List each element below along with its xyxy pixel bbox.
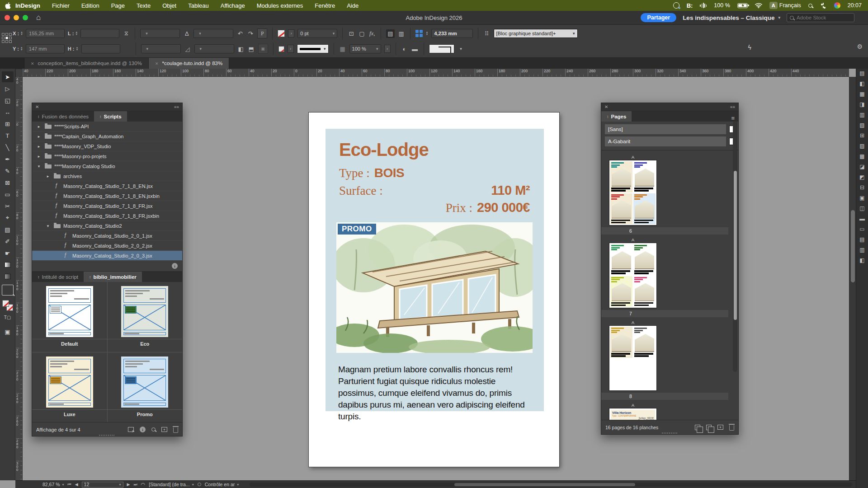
battery-icon[interactable] bbox=[737, 3, 748, 8]
opacity-arrow-icon[interactable]: › bbox=[384, 45, 391, 53]
tool-icon[interactable]: ↔ bbox=[2, 107, 14, 117]
text-wrap-alt-icon[interactable]: ▥ bbox=[398, 30, 405, 37]
page-entry[interactable]: A6 bbox=[601, 155, 738, 235]
input-source-menu[interactable]: A Français bbox=[769, 2, 801, 9]
wrap-offset-field[interactable]: 4,233 mm bbox=[426, 29, 473, 38]
preflight-profile-select[interactable]: [Standard] (de tra... bbox=[149, 482, 193, 487]
quick-apply-icon[interactable]: P bbox=[257, 28, 267, 38]
y-position-field[interactable]: Y : 147 mm bbox=[13, 44, 65, 53]
zoom-window-button[interactable] bbox=[23, 15, 28, 20]
previous-page-button[interactable]: ◀ bbox=[75, 482, 78, 487]
menu-item[interactable]: Texte bbox=[137, 2, 151, 9]
tree-item[interactable]: Masonry_Catalog_Studio_7_1_8_EN.jsxbin bbox=[32, 191, 182, 201]
align-icon[interactable]: ▬ bbox=[411, 46, 419, 52]
stroke-weight-select[interactable]: 0 pt bbox=[297, 29, 337, 38]
share-button[interactable]: Partager bbox=[641, 13, 676, 22]
close-panel-icon[interactable]: ✕ bbox=[604, 104, 608, 109]
dock-panel-icon[interactable]: ▨ bbox=[859, 143, 864, 149]
close-tab-icon[interactable] bbox=[31, 61, 34, 66]
page-curl-icon[interactable]: ◠ bbox=[141, 482, 146, 488]
stroke-style-select[interactable] bbox=[297, 44, 329, 53]
text-wrap-icon[interactable]: ▤ bbox=[386, 29, 394, 38]
master-page-row[interactable]: A-Gabarit bbox=[605, 136, 735, 146]
tree-item[interactable]: Masonry_Catalog_Studio_7_1_8_FR.jsxbin bbox=[32, 211, 182, 221]
stepper-icon[interactable] bbox=[75, 29, 79, 38]
new-page-icon[interactable]: + bbox=[717, 425, 723, 430]
rotation-select[interactable] bbox=[193, 29, 233, 38]
tree-item[interactable]: ▾ ****Masonry Catalog Studio bbox=[32, 161, 182, 171]
wrap-offset-value[interactable]: 4,233 mm bbox=[431, 29, 473, 38]
stepper-icon[interactable] bbox=[76, 44, 80, 53]
workspace-switcher[interactable]: Les indispensables – Classique ▾ bbox=[683, 14, 780, 21]
tool-icon[interactable]: ▤ bbox=[2, 224, 14, 235]
library-item[interactable]: Eco bbox=[108, 282, 183, 352]
master-page-row[interactable]: [Sans] bbox=[605, 124, 735, 134]
spotlight-search-icon[interactable] bbox=[808, 4, 812, 8]
corner-style-select[interactable] bbox=[429, 44, 454, 53]
color-wheel-status-icon[interactable] bbox=[834, 2, 840, 9]
tool-icon[interactable]: ⌖ bbox=[2, 212, 14, 223]
document-page[interactable]: Eco-Lodge Type : BOIS Surface : 110 M² P… bbox=[309, 113, 559, 467]
fill-swatch[interactable] bbox=[2, 300, 9, 307]
dock-panel-icon[interactable]: ▣ bbox=[859, 195, 864, 201]
dock-panel-icon[interactable]: ◫ bbox=[859, 205, 864, 211]
menu-item[interactable]: Page bbox=[111, 2, 125, 9]
tool-icon[interactable]: ✒ bbox=[2, 154, 14, 164]
tree-item[interactable]: ▸ ****Masonry-pro-projets bbox=[32, 151, 182, 161]
tree-item[interactable]: Masonry_Catalog_Studio_2_0_1.jsx bbox=[32, 231, 182, 241]
wifi-icon[interactable] bbox=[755, 3, 762, 8]
menu-item[interactable]: Fichier bbox=[52, 2, 70, 9]
capture-status-icon[interactable] bbox=[673, 2, 679, 9]
dock-panel-icon[interactable]: ▩ bbox=[859, 153, 864, 160]
width-field[interactable]: L : bbox=[68, 29, 119, 38]
formatting-affects-text-icon[interactable]: T▢ bbox=[2, 312, 14, 323]
last-page-button[interactable]: ⏭ bbox=[134, 482, 137, 487]
library-tab[interactable]: ↕ Intitulé de script bbox=[32, 272, 84, 282]
tool-icon[interactable]: T bbox=[2, 130, 14, 141]
adobe-stock-input[interactable] bbox=[797, 15, 842, 20]
tool-icon[interactable]: ⊠ bbox=[2, 177, 14, 188]
dock-panel-icon[interactable]: ▤ bbox=[859, 70, 864, 76]
x-position-field[interactable]: X : 155,25 mm bbox=[13, 29, 65, 38]
library-item[interactable]: Luxe bbox=[32, 352, 107, 422]
scrollbar-thumb[interactable] bbox=[734, 171, 737, 320]
page-thumbnail[interactable] bbox=[609, 160, 656, 225]
stepper-icon[interactable] bbox=[20, 29, 24, 38]
page-number-field[interactable]: 12 bbox=[82, 482, 123, 488]
tool-icon[interactable]: ✂ bbox=[2, 201, 14, 211]
panel-tab[interactable]: ↕ Fusion des données bbox=[32, 111, 94, 122]
zoom-level-select[interactable]: 82,67 % bbox=[42, 482, 64, 487]
close-panel-icon[interactable]: ✕ bbox=[35, 104, 39, 109]
scrollbar-thumb[interactable] bbox=[851, 210, 855, 282]
menu-item[interactable]: Affichage bbox=[221, 2, 245, 9]
next-page-button[interactable]: ▶ bbox=[127, 482, 130, 487]
page-thumbnail[interactable]: Villa HorizonType : CONTEMPORAINESurface… bbox=[609, 408, 656, 420]
item-info-icon[interactable]: i bbox=[140, 427, 146, 432]
ruler-origin-corner[interactable] bbox=[15, 69, 23, 77]
tree-item[interactable]: Masonry_Catalog_Studio_2_0_2.jsx bbox=[32, 241, 182, 251]
adobe-stock-search[interactable] bbox=[787, 13, 854, 22]
dock-panel-icon[interactable]: ▤ bbox=[859, 236, 864, 243]
y-position-value[interactable]: 147 mm bbox=[26, 44, 65, 53]
dock-panel-icon[interactable]: ◧ bbox=[859, 257, 864, 263]
expand-chevron-icon[interactable]: ▾ bbox=[36, 164, 42, 169]
corner-options-icon[interactable]: ⊡ bbox=[348, 30, 355, 37]
x-position-value[interactable]: 155,25 mm bbox=[26, 29, 65, 38]
dock-panel-icon[interactable]: ◩ bbox=[859, 174, 864, 180]
horizontal-ruler[interactable]: 4022020018016014012010080604020020406080… bbox=[23, 69, 849, 77]
tool-icon[interactable]: ⊞ bbox=[2, 118, 14, 129]
tree-item[interactable]: ▸ *****Scripts-API bbox=[32, 122, 182, 131]
stroke-color-swatch[interactable] bbox=[278, 30, 285, 37]
delete-library-item-icon[interactable] bbox=[173, 427, 178, 433]
pages-tab[interactable]: ↕ Pages bbox=[601, 111, 632, 122]
panel-settings-gear-icon[interactable]: ⚙ bbox=[857, 43, 863, 50]
dock-panel-icon[interactable]: ◧ bbox=[859, 80, 864, 87]
menu-item[interactable]: Fenêtre bbox=[315, 2, 335, 9]
minimize-window-button[interactable] bbox=[14, 15, 19, 20]
auto-fit-lightning-icon[interactable]: ϟ bbox=[748, 44, 751, 51]
tool-icon[interactable]: ▭ bbox=[2, 189, 14, 200]
rotate-ccw-icon[interactable]: ↶ bbox=[236, 30, 244, 37]
effects-fx-icon[interactable]: fx, bbox=[368, 30, 376, 37]
width-value[interactable] bbox=[80, 29, 119, 38]
tree-item[interactable]: ▾ Masonry_Catalog_Studio2 bbox=[32, 221, 182, 231]
